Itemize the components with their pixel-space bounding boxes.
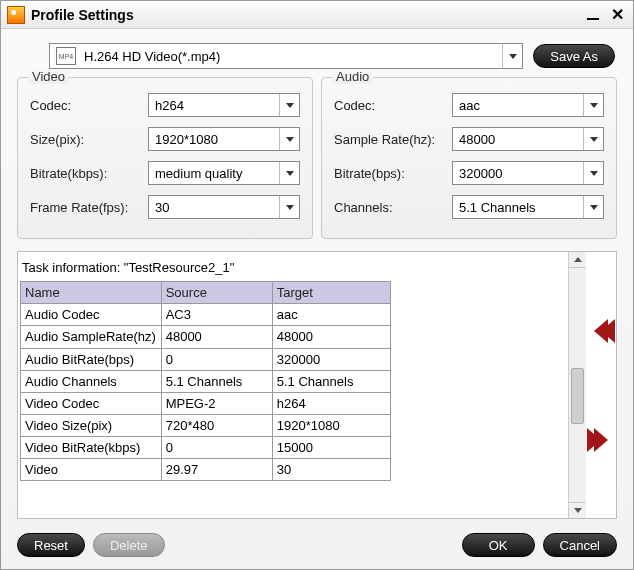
cell-name: Video Codec — [21, 392, 162, 414]
video-bitrate-select[interactable]: medium quality — [148, 161, 300, 185]
minimize-button[interactable] — [585, 7, 601, 23]
video-fps-label: Frame Rate(fps): — [30, 200, 148, 215]
cell-target: 320000 — [272, 348, 391, 370]
cell-source: MPEG-2 — [161, 392, 272, 414]
cell-source: 720*480 — [161, 414, 272, 436]
chevron-down-icon — [583, 162, 603, 184]
table-row: Audio SampleRate(hz)4800048000 — [21, 326, 391, 349]
audio-samplerate-select[interactable]: 48000 — [452, 127, 604, 151]
cell-name: Video BitRate(kbps) — [21, 436, 162, 459]
audio-samplerate-value: 48000 — [453, 132, 583, 147]
arrow-down-icon — [574, 508, 582, 513]
audio-bitrate-value: 320000 — [453, 166, 583, 181]
table-row: Video29.9730 — [21, 459, 391, 481]
table-row: Video BitRate(kbps)015000 — [21, 436, 391, 459]
scroll-up-button[interactable] — [569, 252, 586, 268]
audio-codec-label: Codec: — [334, 98, 452, 113]
chevron-down-icon — [583, 128, 603, 150]
mp4-icon: MP4 — [56, 47, 76, 65]
cell-source: AC3 — [161, 304, 272, 326]
profile-settings-window: Profile Settings ✕ MP4 H.264 HD Video(*.… — [0, 0, 634, 570]
cell-source: 29.97 — [161, 459, 272, 481]
chevron-down-icon — [279, 94, 299, 116]
cell-source: 48000 — [161, 326, 272, 349]
cell-target: h264 — [272, 392, 391, 414]
table-row: Audio BitRate(bps)0320000 — [21, 348, 391, 370]
col-target: Target — [272, 282, 391, 304]
save-as-button[interactable]: Save As — [533, 44, 615, 68]
col-source: Source — [161, 282, 272, 304]
table-row: Audio CodecAC3aac — [21, 304, 391, 326]
table-row: Video Size(pix)720*4801920*1080 — [21, 414, 391, 436]
title-bar: Profile Settings ✕ — [1, 1, 633, 29]
minimize-icon — [587, 18, 599, 20]
chevron-down-icon — [502, 44, 522, 68]
task-info-table: Name Source Target Audio CodecAC3aacAudi… — [20, 281, 391, 481]
audio-codec-value: aac — [453, 98, 583, 113]
task-info-heading: Task information: "TestResource2_1" — [20, 254, 566, 281]
delete-button[interactable]: Delete — [93, 533, 165, 557]
close-button[interactable]: ✕ — [609, 7, 625, 23]
window-title: Profile Settings — [31, 7, 585, 23]
audio-channels-value: 5.1 Channels — [453, 200, 583, 215]
chevron-down-icon — [279, 196, 299, 218]
table-row: Audio Channels5.1 Channels5.1 Channels — [21, 370, 391, 392]
cell-name: Audio BitRate(bps) — [21, 348, 162, 370]
video-size-label: Size(pix): — [30, 132, 148, 147]
audio-group: Audio Codec: aac Sample Rate(hz): 48000 … — [321, 77, 617, 239]
arrow-up-icon — [574, 257, 582, 262]
reset-button[interactable]: Reset — [17, 533, 85, 557]
audio-group-title: Audio — [332, 69, 373, 84]
vertical-scrollbar[interactable] — [568, 252, 586, 518]
app-icon — [7, 6, 25, 24]
chevron-down-icon — [279, 128, 299, 150]
close-icon: ✕ — [611, 7, 624, 23]
cell-target: aac — [272, 304, 391, 326]
cell-target: 5.1 Channels — [272, 370, 391, 392]
cancel-button[interactable]: Cancel — [543, 533, 617, 557]
cell-name: Video Size(pix) — [21, 414, 162, 436]
chevron-down-icon — [583, 196, 603, 218]
cell-name: Audio SampleRate(hz) — [21, 326, 162, 349]
cell-name: Audio Codec — [21, 304, 162, 326]
video-bitrate-label: Bitrate(kbps): — [30, 166, 148, 181]
video-codec-value: h264 — [149, 98, 279, 113]
audio-bitrate-select[interactable]: 320000 — [452, 161, 604, 185]
audio-channels-select[interactable]: 5.1 Channels — [452, 195, 604, 219]
scroll-down-button[interactable] — [569, 502, 586, 518]
profile-select[interactable]: MP4 H.264 HD Video(*.mp4) — [49, 43, 523, 69]
scroll-thumb[interactable] — [571, 368, 584, 424]
video-codec-label: Codec: — [30, 98, 148, 113]
cell-name: Video — [21, 459, 162, 481]
cell-target: 30 — [272, 459, 391, 481]
cell-source: 5.1 Channels — [161, 370, 272, 392]
cell-target: 48000 — [272, 326, 391, 349]
previous-task-button[interactable] — [594, 319, 608, 343]
next-task-button[interactable] — [594, 428, 608, 452]
cell-source: 0 — [161, 348, 272, 370]
video-bitrate-value: medium quality — [149, 166, 279, 181]
profile-select-value: H.264 HD Video(*.mp4) — [82, 49, 502, 64]
audio-channels-label: Channels: — [334, 200, 452, 215]
video-group: Video Codec: h264 Size(pix): 1920*1080 B… — [17, 77, 313, 239]
video-size-value: 1920*1080 — [149, 132, 279, 147]
video-codec-select[interactable]: h264 — [148, 93, 300, 117]
chevron-down-icon — [583, 94, 603, 116]
ok-button[interactable]: OK — [462, 533, 535, 557]
video-group-title: Video — [28, 69, 69, 84]
task-info-area: Task information: "TestResource2_1" Name… — [17, 251, 617, 519]
cell-source: 0 — [161, 436, 272, 459]
cell-target: 1920*1080 — [272, 414, 391, 436]
video-fps-value: 30 — [149, 200, 279, 215]
video-fps-select[interactable]: 30 — [148, 195, 300, 219]
chevron-down-icon — [279, 162, 299, 184]
video-size-select[interactable]: 1920*1080 — [148, 127, 300, 151]
audio-samplerate-label: Sample Rate(hz): — [334, 132, 452, 147]
cell-name: Audio Channels — [21, 370, 162, 392]
cell-target: 15000 — [272, 436, 391, 459]
col-name: Name — [21, 282, 162, 304]
audio-codec-select[interactable]: aac — [452, 93, 604, 117]
audio-bitrate-label: Bitrate(bps): — [334, 166, 452, 181]
table-row: Video CodecMPEG-2h264 — [21, 392, 391, 414]
